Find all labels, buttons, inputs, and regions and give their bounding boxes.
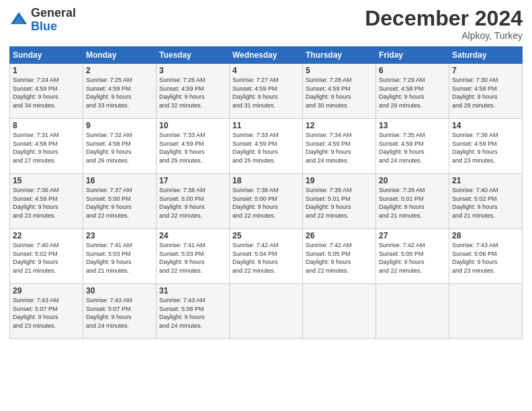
- day-number: 1: [13, 66, 80, 75]
- day-number: 30: [86, 286, 153, 295]
- logo-text: General Blue: [31, 7, 76, 34]
- day-info: Sunrise: 7:36 AM Sunset: 4:59 PM Dayligh…: [13, 186, 80, 220]
- day-number: 13: [379, 121, 446, 130]
- day-number: 31: [159, 286, 226, 295]
- day-number: 4: [232, 66, 300, 75]
- calendar-week-3: 15Sunrise: 7:36 AM Sunset: 4:59 PM Dayli…: [10, 174, 523, 229]
- day-info: Sunrise: 7:24 AM Sunset: 4:59 PM Dayligh…: [13, 76, 80, 109]
- header-row: Sunday Monday Tuesday Wednesday Thursday…: [10, 47, 523, 64]
- day-number: 28: [452, 231, 519, 240]
- col-sunday: Sunday: [10, 47, 83, 64]
- day-info: Sunrise: 7:27 AM Sunset: 4:59 PM Dayligh…: [232, 76, 300, 109]
- day-number: 10: [159, 121, 226, 130]
- day-info: Sunrise: 7:28 AM Sunset: 4:59 PM Dayligh…: [306, 76, 373, 109]
- calendar-week-5: 29Sunrise: 7:43 AM Sunset: 5:07 PM Dayli…: [10, 284, 523, 339]
- day-info: Sunrise: 7:41 AM Sunset: 5:03 PM Dayligh…: [86, 241, 153, 275]
- col-tuesday: Tuesday: [157, 47, 230, 64]
- calendar-cell: 27Sunrise: 7:42 AM Sunset: 5:05 PM Dayli…: [376, 229, 449, 284]
- calendar-week-2: 8Sunrise: 7:31 AM Sunset: 4:58 PM Daylig…: [10, 119, 523, 174]
- calendar-cell: 4Sunrise: 7:27 AM Sunset: 4:59 PM Daylig…: [230, 64, 303, 119]
- calendar-cell: 8Sunrise: 7:31 AM Sunset: 4:58 PM Daylig…: [10, 119, 83, 174]
- day-number: 24: [159, 231, 226, 240]
- day-info: Sunrise: 7:43 AM Sunset: 5:07 PM Dayligh…: [86, 296, 153, 330]
- calendar-cell: 12Sunrise: 7:34 AM Sunset: 4:59 PM Dayli…: [303, 119, 376, 174]
- calendar-cell: 20Sunrise: 7:39 AM Sunset: 5:01 PM Dayli…: [376, 174, 449, 229]
- day-info: Sunrise: 7:33 AM Sunset: 4:59 PM Dayligh…: [159, 131, 226, 165]
- col-monday: Monday: [83, 47, 157, 64]
- day-number: 16: [86, 176, 153, 185]
- day-number: 9: [86, 121, 153, 130]
- day-number: 21: [452, 176, 519, 185]
- calendar-cell: 18Sunrise: 7:38 AM Sunset: 5:00 PM Dayli…: [230, 174, 303, 229]
- page: General Blue December 2024 Alpkoy, Turke…: [0, 0, 532, 411]
- day-info: Sunrise: 7:38 AM Sunset: 5:00 PM Dayligh…: [159, 186, 226, 220]
- day-number: 12: [306, 121, 373, 130]
- day-number: 14: [452, 121, 519, 130]
- location-subtitle: Alpkoy, Turkey: [365, 30, 523, 41]
- calendar-cell: 22Sunrise: 7:40 AM Sunset: 5:02 PM Dayli…: [10, 229, 83, 284]
- calendar-cell: 6Sunrise: 7:29 AM Sunset: 4:58 PM Daylig…: [376, 64, 449, 119]
- day-number: 25: [232, 231, 300, 240]
- day-info: Sunrise: 7:39 AM Sunset: 5:01 PM Dayligh…: [306, 186, 373, 220]
- day-number: 7: [452, 66, 519, 75]
- calendar-cell: 25Sunrise: 7:42 AM Sunset: 5:04 PM Dayli…: [230, 229, 303, 284]
- day-number: 15: [13, 176, 80, 185]
- day-info: Sunrise: 7:39 AM Sunset: 5:01 PM Dayligh…: [379, 186, 446, 220]
- day-info: Sunrise: 7:42 AM Sunset: 5:05 PM Dayligh…: [379, 241, 446, 275]
- calendar-cell: 28Sunrise: 7:43 AM Sunset: 5:06 PM Dayli…: [449, 229, 523, 284]
- calendar-cell: 13Sunrise: 7:35 AM Sunset: 4:59 PM Dayli…: [376, 119, 449, 174]
- day-info: Sunrise: 7:32 AM Sunset: 4:58 PM Dayligh…: [86, 131, 153, 165]
- calendar-cell: 5Sunrise: 7:28 AM Sunset: 4:59 PM Daylig…: [303, 64, 376, 119]
- day-number: 29: [13, 286, 80, 295]
- day-number: 8: [13, 121, 80, 130]
- day-number: 23: [86, 231, 153, 240]
- title-block: December 2024 Alpkoy, Turkey: [365, 7, 523, 41]
- day-number: 2: [86, 66, 153, 75]
- day-info: Sunrise: 7:43 AM Sunset: 5:08 PM Dayligh…: [159, 296, 226, 330]
- calendar-week-1: 1Sunrise: 7:24 AM Sunset: 4:59 PM Daylig…: [10, 64, 523, 119]
- calendar-cell: 14Sunrise: 7:36 AM Sunset: 4:59 PM Dayli…: [449, 119, 523, 174]
- month-title: December 2024: [365, 7, 523, 30]
- day-number: 5: [306, 66, 373, 75]
- header: General Blue December 2024 Alpkoy, Turke…: [9, 7, 523, 41]
- day-number: 22: [13, 231, 80, 240]
- calendar-cell: [303, 284, 376, 339]
- day-info: Sunrise: 7:31 AM Sunset: 4:58 PM Dayligh…: [13, 131, 80, 165]
- calendar-header: Sunday Monday Tuesday Wednesday Thursday…: [10, 47, 523, 64]
- day-number: 17: [159, 176, 226, 185]
- day-info: Sunrise: 7:37 AM Sunset: 5:00 PM Dayligh…: [86, 186, 153, 220]
- calendar-week-4: 22Sunrise: 7:40 AM Sunset: 5:02 PM Dayli…: [10, 229, 523, 284]
- day-info: Sunrise: 7:29 AM Sunset: 4:58 PM Dayligh…: [379, 76, 446, 109]
- day-info: Sunrise: 7:25 AM Sunset: 4:59 PM Dayligh…: [86, 76, 153, 109]
- day-info: Sunrise: 7:41 AM Sunset: 5:03 PM Dayligh…: [159, 241, 226, 275]
- col-thursday: Thursday: [303, 47, 376, 64]
- logo-icon: [9, 11, 28, 30]
- day-number: 26: [306, 231, 373, 240]
- day-info: Sunrise: 7:40 AM Sunset: 5:02 PM Dayligh…: [13, 241, 80, 275]
- day-number: 6: [379, 66, 446, 75]
- calendar-cell: 29Sunrise: 7:43 AM Sunset: 5:07 PM Dayli…: [10, 284, 83, 339]
- calendar-cell: 7Sunrise: 7:30 AM Sunset: 4:58 PM Daylig…: [449, 64, 523, 119]
- day-number: 19: [306, 176, 373, 185]
- col-wednesday: Wednesday: [230, 47, 303, 64]
- calendar-cell: 19Sunrise: 7:39 AM Sunset: 5:01 PM Dayli…: [303, 174, 376, 229]
- logo-blue: Blue: [31, 20, 76, 34]
- day-info: Sunrise: 7:26 AM Sunset: 4:59 PM Dayligh…: [159, 76, 226, 109]
- calendar-cell: 1Sunrise: 7:24 AM Sunset: 4:59 PM Daylig…: [10, 64, 83, 119]
- calendar-cell: 23Sunrise: 7:41 AM Sunset: 5:03 PM Dayli…: [83, 229, 157, 284]
- day-info: Sunrise: 7:38 AM Sunset: 5:00 PM Dayligh…: [232, 186, 300, 220]
- day-info: Sunrise: 7:34 AM Sunset: 4:59 PM Dayligh…: [306, 131, 373, 165]
- calendar-table: Sunday Monday Tuesday Wednesday Thursday…: [9, 46, 523, 339]
- calendar-cell: 10Sunrise: 7:33 AM Sunset: 4:59 PM Dayli…: [157, 119, 230, 174]
- calendar-cell: 26Sunrise: 7:42 AM Sunset: 5:05 PM Dayli…: [303, 229, 376, 284]
- calendar-cell: 24Sunrise: 7:41 AM Sunset: 5:03 PM Dayli…: [157, 229, 230, 284]
- day-info: Sunrise: 7:36 AM Sunset: 4:59 PM Dayligh…: [452, 131, 519, 165]
- calendar-cell: 16Sunrise: 7:37 AM Sunset: 5:00 PM Dayli…: [83, 174, 157, 229]
- day-info: Sunrise: 7:43 AM Sunset: 5:06 PM Dayligh…: [452, 241, 519, 275]
- calendar-cell: 15Sunrise: 7:36 AM Sunset: 4:59 PM Dayli…: [10, 174, 83, 229]
- logo: General Blue: [9, 7, 76, 34]
- calendar-cell: 21Sunrise: 7:40 AM Sunset: 5:02 PM Dayli…: [449, 174, 523, 229]
- day-info: Sunrise: 7:35 AM Sunset: 4:59 PM Dayligh…: [379, 131, 446, 165]
- day-info: Sunrise: 7:43 AM Sunset: 5:07 PM Dayligh…: [13, 296, 80, 330]
- calendar-cell: 30Sunrise: 7:43 AM Sunset: 5:07 PM Dayli…: [83, 284, 157, 339]
